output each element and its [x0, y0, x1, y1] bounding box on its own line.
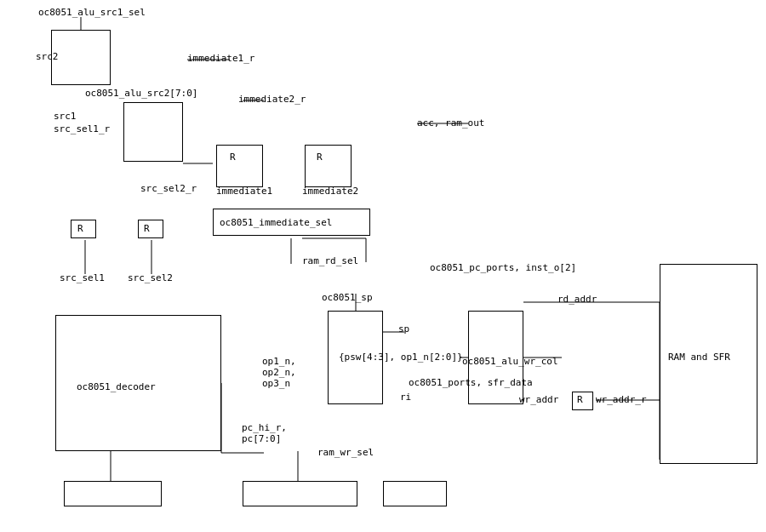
lbl-r-imm1: R: [230, 152, 236, 163]
oc8051-pc-box: [64, 481, 162, 506]
oc8051-op-select-box: [243, 481, 357, 506]
lbl-immediate1-r: immediate1_r: [187, 53, 254, 64]
lbl-ram-wr-sel: ram_wr_sel: [317, 447, 374, 458]
ram-sfr-box: [660, 264, 757, 464]
lbl-op1-op2-op3: op1_n, op2_n, op3_n: [262, 356, 296, 389]
lbl-immediate2-r: immediate2_r: [238, 94, 306, 105]
op2-dr-box: [383, 481, 447, 506]
lbl-ram-rd-sel: ram_rd_sel: [302, 255, 358, 266]
lbl-r-src-sel2: R: [144, 223, 150, 234]
src2-box: [51, 30, 111, 85]
lbl-oc8051-ports-sfr: oc8051_ports, sfr_data: [409, 377, 533, 388]
lbl-r-wr-addr: R: [577, 394, 583, 405]
lbl-ram-and-sfr: RAM and SFR: [668, 352, 730, 363]
lbl-oc8051-immediate-sel: oc8051_immediate_sel: [220, 217, 332, 228]
lbl-wr-addr: wr_addr: [519, 394, 558, 405]
src1-box: [123, 102, 183, 162]
lbl-psw-op1: {psw[4:3], op1_n[2:0]}: [339, 352, 463, 363]
r-src-sel2-box: [138, 220, 163, 238]
lbl-ri: ri: [400, 392, 411, 403]
lbl-r-imm2: R: [317, 152, 323, 163]
lbl-sp: sp: [398, 323, 409, 335]
diagram-canvas: oc8051_alu_src1_sel src2 immediate1_r oc…: [0, 0, 766, 532]
immediate1-box: [216, 145, 263, 187]
lbl-oc8051-pc-ports: oc8051_pc_ports, inst_o[2]: [430, 262, 576, 273]
lbl-rd-addr: rd_addr: [557, 294, 597, 305]
lbl-src2: src2: [36, 51, 59, 62]
lbl-immediate2: immediate2: [302, 186, 358, 197]
lbl-src1: src1: [54, 111, 77, 122]
lbl-oc8051-alu-wr-col: oc8051_alu_wr_col: [462, 356, 558, 367]
r-src-sel1-box: [71, 220, 96, 238]
lbl-pc-hi-r: pc_hi_r, pc[7:0]: [242, 422, 287, 444]
lbl-src-sel1-r: src_sel1_r: [54, 123, 110, 134]
lbl-src-sel1: src_sel1: [60, 272, 105, 283]
lbl-r-src-sel1: R: [77, 223, 83, 234]
immediate2-box: [305, 145, 352, 187]
lbl-oc8051-alu-src1-sel: oc8051_alu_src1_sel: [38, 7, 146, 18]
lbl-oc8051-alu-src2: oc8051_alu_src2[7:0]: [85, 88, 197, 99]
wiring-diagram: [0, 0, 766, 532]
lbl-immediate1: immediate1: [216, 186, 272, 197]
lbl-wr-addr-r: wr_addr_r: [596, 394, 647, 405]
lbl-src-sel2-r: src_sel2_r: [140, 183, 197, 194]
lbl-acc-ram-out: acc, ram_out: [417, 117, 484, 129]
lbl-oc8051-sp: oc8051_sp: [322, 292, 373, 303]
lbl-src-sel2: src_sel2: [128, 272, 173, 283]
lbl-oc8051-decoder: oc8051_decoder: [77, 381, 156, 392]
